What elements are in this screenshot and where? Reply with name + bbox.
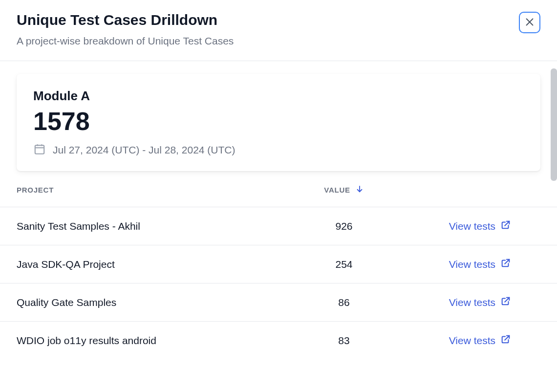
view-tests-label: View tests <box>449 335 495 347</box>
svg-rect-2 <box>35 145 44 153</box>
table-row: WDIO job o11y results android 83 View te… <box>0 321 557 359</box>
module-name: Module A <box>33 88 524 104</box>
project-name: Quality Gate Samples <box>17 297 290 308</box>
external-link-icon <box>500 258 511 271</box>
project-name: Java SDK-QA Project <box>17 259 290 270</box>
table-row: Quality Gate Samples 86 View tests <box>0 283 557 321</box>
project-value: 83 <box>290 335 398 347</box>
project-name: Sanity Test Samples - Akhil <box>17 220 290 232</box>
view-tests-label: View tests <box>449 220 495 232</box>
scrollbar-thumb[interactable] <box>551 68 557 181</box>
calendar-icon <box>33 143 46 157</box>
close-icon <box>524 17 535 29</box>
page-subtitle: A project-wise breakdown of Unique Test … <box>17 35 234 47</box>
project-value: 86 <box>290 297 398 308</box>
view-tests-link[interactable]: View tests <box>449 296 511 309</box>
project-value: 254 <box>290 259 398 270</box>
view-tests-label: View tests <box>449 259 495 270</box>
table-row: Java SDK-QA Project 254 View tests <box>0 245 557 283</box>
close-button[interactable] <box>519 12 540 33</box>
view-tests-link[interactable]: View tests <box>449 258 511 271</box>
view-tests-label: View tests <box>449 297 495 308</box>
date-range: Jul 27, 2024 (UTC) - Jul 28, 2024 (UTC) <box>53 144 235 156</box>
projects-table: PROJECT VALUE Sanity Test Samp <box>17 185 540 359</box>
column-header-value-label: VALUE <box>324 186 350 194</box>
summary-card: Module A 1578 Jul 27, 2024 (UTC) - Jul 2… <box>17 74 540 171</box>
total-count: 1578 <box>33 107 524 136</box>
external-link-icon <box>500 296 511 309</box>
column-header-project[interactable]: PROJECT <box>17 186 290 194</box>
external-link-icon <box>500 219 511 233</box>
column-header-value[interactable]: VALUE <box>324 185 364 195</box>
page-title: Unique Test Cases Drilldown <box>17 12 234 28</box>
modal-header: Unique Test Cases Drilldown A project-wi… <box>0 0 557 61</box>
table-row: Sanity Test Samples - Akhil 926 View tes… <box>0 207 557 245</box>
project-value: 926 <box>290 220 398 232</box>
external-link-icon <box>500 334 511 347</box>
view-tests-link[interactable]: View tests <box>449 219 511 233</box>
project-name: WDIO job o11y results android <box>17 335 290 347</box>
arrow-down-icon <box>355 185 364 195</box>
content-scroll[interactable]: Module A 1578 Jul 27, 2024 (UTC) - Jul 2… <box>0 61 557 385</box>
view-tests-link[interactable]: View tests <box>449 334 511 347</box>
